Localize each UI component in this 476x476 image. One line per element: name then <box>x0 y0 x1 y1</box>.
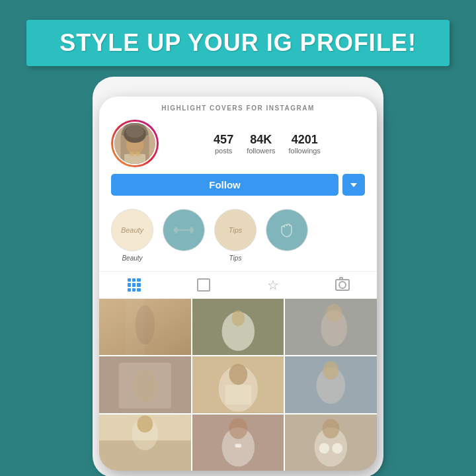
highlight-tips-title: Tips <box>229 255 242 262</box>
highlight-beauty-circle: Beauty <box>111 209 153 251</box>
tab-reels[interactable] <box>169 278 238 292</box>
svg-point-40 <box>132 417 159 450</box>
svg-point-52 <box>319 443 330 454</box>
svg-rect-48 <box>285 415 377 471</box>
svg-point-25 <box>327 304 342 323</box>
camera-icon <box>335 279 350 291</box>
svg-rect-38 <box>99 415 191 471</box>
svg-rect-39 <box>99 440 191 471</box>
svg-rect-26 <box>99 356 191 413</box>
camera-notch <box>339 277 343 280</box>
grid-cell-7[interactable] <box>99 415 191 471</box>
avatar <box>111 120 159 167</box>
svg-rect-23 <box>285 299 377 355</box>
highlight-beauty[interactable]: Beauty Beauty <box>111 209 153 262</box>
grid-icon <box>128 278 141 292</box>
top-banner: STYLE UP YOUR IG PROFILE! <box>26 20 450 66</box>
grid-cell-2[interactable] <box>192 299 284 355</box>
dumbbell-icon <box>174 223 194 237</box>
beauty-label: Beauty <box>121 226 143 234</box>
svg-rect-6 <box>124 154 145 165</box>
svg-rect-13 <box>190 227 192 233</box>
svg-rect-49 <box>285 415 377 471</box>
svg-point-20 <box>221 311 255 350</box>
highlight-fitness[interactable] <box>163 209 205 262</box>
svg-point-8 <box>136 151 141 157</box>
svg-point-21 <box>231 310 245 326</box>
followings-count: 4201 <box>292 133 318 147</box>
highlight-nails-circle <box>266 209 308 251</box>
svg-point-24 <box>321 309 348 346</box>
star-icon: ☆ <box>267 278 279 292</box>
svg-point-5 <box>126 126 143 138</box>
svg-rect-19 <box>192 299 284 355</box>
followers-label: followers <box>247 147 275 155</box>
highlight-beauty-title: Beauty <box>122 255 142 262</box>
svg-point-7 <box>130 151 135 157</box>
svg-rect-28 <box>119 363 171 409</box>
svg-point-36 <box>317 368 346 404</box>
followings-label: followings <box>289 147 321 155</box>
svg-rect-17 <box>99 299 191 355</box>
tab-bar: ☆ <box>99 271 377 299</box>
ig-header-label: HIGHLIGHT COVERS FOR INSTAGRAM <box>99 97 377 116</box>
highlight-nails[interactable] <box>266 209 308 262</box>
tab-saved[interactable]: ☆ <box>238 278 307 292</box>
svg-point-45 <box>229 418 247 439</box>
phone-mockup: HIGHLIGHT COVERS FOR INSTAGRAM <box>99 97 377 471</box>
svg-rect-42 <box>192 415 284 471</box>
svg-point-47 <box>237 444 241 448</box>
svg-rect-18 <box>192 299 284 355</box>
svg-rect-11 <box>178 229 190 231</box>
grid-cell-8[interactable] <box>192 415 284 471</box>
svg-point-29 <box>134 370 157 403</box>
highlight-tips-circle: Tips <box>214 209 257 251</box>
grid-cell-4[interactable] <box>99 356 191 413</box>
svg-point-31 <box>218 366 257 412</box>
stat-followers: 84K followers <box>247 133 275 155</box>
follow-row: Follow <box>99 174 377 204</box>
svg-rect-10 <box>175 227 177 233</box>
highlight-tips[interactable]: Tips Tips <box>214 209 257 262</box>
svg-rect-35 <box>285 356 377 413</box>
posts-count: 457 <box>214 133 233 147</box>
svg-rect-27 <box>99 356 191 413</box>
grid-cell-3[interactable] <box>285 299 377 355</box>
svg-point-50 <box>315 427 348 466</box>
svg-point-53 <box>333 443 343 454</box>
photo-grid <box>99 299 377 471</box>
banner-title: STYLE UP YOUR IG PROFILE! <box>46 29 430 57</box>
svg-point-37 <box>323 362 339 380</box>
svg-rect-15 <box>126 299 145 355</box>
profile-row: 457 posts 84K followers 4201 followings <box>99 116 377 174</box>
grid-cell-5[interactable] <box>192 356 284 413</box>
grid-cell-1[interactable] <box>99 299 191 355</box>
posts-label: posts <box>215 147 232 155</box>
svg-rect-30 <box>192 356 284 413</box>
avatar-image <box>114 122 155 165</box>
camera-icon-wrapper <box>335 279 350 291</box>
highlight-fitness-circle <box>163 209 205 251</box>
svg-rect-14 <box>99 299 191 355</box>
stats-container: 457 posts 84K followers 4201 followings <box>169 133 365 155</box>
follow-button[interactable]: Follow <box>111 174 338 196</box>
tips-label: Tips <box>229 226 243 234</box>
svg-point-32 <box>229 364 247 385</box>
hand-icon <box>278 221 296 239</box>
svg-point-44 <box>221 427 255 466</box>
svg-point-16 <box>135 305 155 344</box>
svg-rect-43 <box>192 415 284 471</box>
grid-cell-9[interactable] <box>285 415 377 471</box>
highlights-row: Beauty Beauty <box>99 204 377 271</box>
grid-cell-6[interactable] <box>285 356 377 413</box>
svg-point-51 <box>323 418 340 438</box>
chevron-down-icon <box>350 183 357 187</box>
svg-point-46 <box>235 444 239 448</box>
svg-rect-34 <box>285 356 377 413</box>
svg-rect-22 <box>285 299 377 355</box>
follow-dropdown-button[interactable] <box>342 174 365 196</box>
svg-rect-33 <box>225 385 251 405</box>
tab-grid[interactable] <box>99 278 169 292</box>
tab-tagged[interactable] <box>307 278 377 292</box>
stat-followings: 4201 followings <box>289 133 321 155</box>
